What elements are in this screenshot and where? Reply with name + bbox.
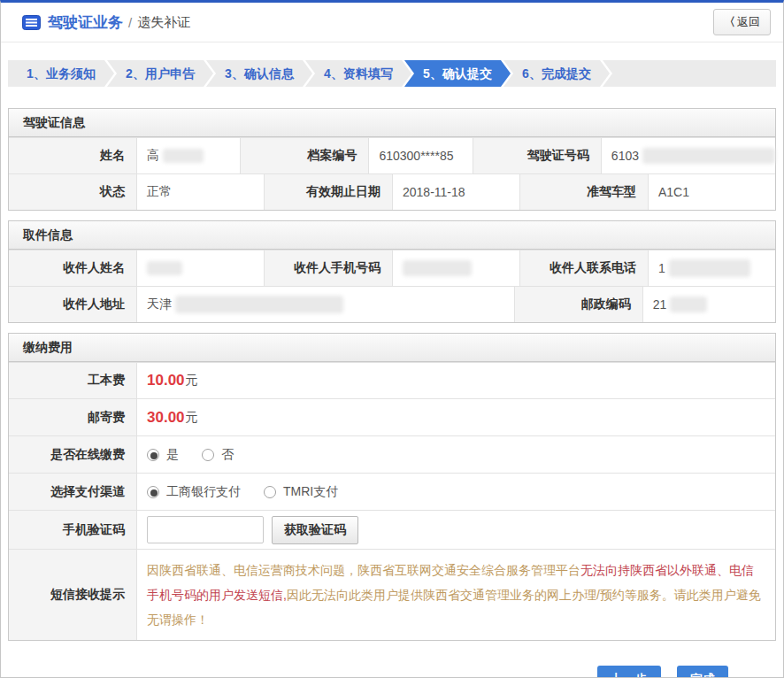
finish-button[interactable]: 完成 [677,666,728,678]
online-pay-label: 是否在线缴费 [9,436,137,473]
production-fee-label: 工本费 [9,363,137,398]
sms-code-input[interactable] [147,516,264,543]
step-1[interactable]: 1、业务须知 [8,60,114,87]
radio-unselected-icon[interactable] [202,449,214,461]
breadcrumb-separator: / [128,15,132,30]
step-nav-filler [603,60,776,87]
pickup-section-title: 取件信息 [9,221,775,250]
table-row: 手机验证码 获取验证码 [9,510,775,549]
step-3[interactable]: 3、确认信息 [206,60,312,87]
table-row: 是否在线缴费 是 否 [9,435,775,473]
redaction-blur [670,297,707,312]
license-section-title: 驾驶证信息 [9,109,775,137]
step-nav: 1、业务须知 2、用户申告 3、确认信息 4、资料填写 5、确认提交 6、完成提… [8,60,776,87]
step-5-active[interactable]: 5、确认提交 [404,60,511,87]
radio-option-icbc[interactable]: 工商银行支付 [147,484,241,500]
postage-fee-amount: 30.00 [147,409,185,427]
pay-channel-label: 选择支付渠道 [9,474,137,510]
license-no-text: 6103 [611,149,639,163]
file-no-text: 610300****85 [379,149,453,163]
page: 驾驶证业务 / 遗失补证 〈返回 1、业务须知 2、用户申告 3、确认信息 4、… [0,0,784,678]
table-row: 短信接收提示 因陕西省联通、电信运营商技术问题，陕西省互联网交通安全综合服务管理… [9,549,775,640]
sms-notice-text: 因陕西省联通、电信运营商技术问题，陕西省互联网交通安全综合服务管理平台无法向持陕… [137,550,775,640]
postage-fee-label: 邮寄费 [9,399,137,435]
redaction-blur [642,148,775,164]
sms-notice-label: 短信接收提示 [9,550,137,640]
pay-channel-options: 工商银行支付 TMRI支付 [137,474,775,510]
page-title: 驾驶证业务 [48,12,123,33]
postal-code-label: 邮政编码 [515,287,643,322]
recipient-phone-text: 1 [658,261,665,275]
vehicle-class-value: A1C1 [649,174,775,210]
sms-code-label: 手机验证码 [9,511,137,549]
expiry-text: 2018-11-18 [403,185,465,199]
redaction-blur [403,260,472,276]
pickup-info-section: 取件信息 收件人姓名 收件人手机号码 收件人联系电话 1 收件人地址 天津 邮政… [8,220,776,323]
redaction-blur [669,259,750,277]
status-value: 正常 [137,174,265,210]
redaction-blur [163,149,204,163]
notice-part-1: 因陕西省联通、电信运营商技术问题，陕西省互联网交通安全综合服务管理平台 [147,563,580,577]
payment-section-title: 缴纳费用 [9,334,775,362]
back-chevron-icon: 〈 [724,15,735,28]
table-row: 收件人地址 天津 邮政编码 21 [9,286,775,322]
file-no-value: 610300****85 [369,138,473,173]
table-row: 状态 正常 有效期止日期 2018-11-18 准驾车型 A1C1 [9,173,775,210]
radio-label-tmri: TMRI支付 [283,484,338,500]
name-value: 高 [137,138,241,173]
production-fee-value: 10.00元 [137,363,775,398]
expiry-label: 有效期止日期 [265,174,393,210]
file-no-label: 档案编号 [241,138,369,173]
postage-fee-unit: 元 [186,410,198,426]
recipient-phone-value: 1 [649,250,775,286]
payment-section: 缴纳费用 工本费 10.00元 邮寄费 30.00元 是否在线缴费 是 否 选择… [8,333,776,641]
status-label: 状态 [9,174,137,210]
radio-selected-icon[interactable] [147,486,159,498]
radio-label-no: 否 [221,447,234,463]
step-6[interactable]: 6、完成提交 [503,60,610,87]
radio-option-no[interactable]: 否 [202,447,234,463]
postage-fee-value: 30.00元 [137,399,775,435]
name-label: 姓名 [9,138,137,173]
vehicle-class-label: 准驾车型 [520,174,649,210]
radio-option-tmri[interactable]: TMRI支付 [264,484,338,500]
name-text: 高 [147,148,159,164]
status-text: 正常 [147,184,172,200]
recipient-address-label: 收件人地址 [9,287,137,322]
radio-unselected-icon[interactable] [264,486,276,498]
breadcrumb-current: 遗失补证 [137,14,190,31]
step-4[interactable]: 4、资料填写 [305,60,411,87]
license-service-icon [22,15,41,30]
recipient-name-value [137,250,265,286]
sms-code-cell: 获取验证码 [137,511,775,549]
recipient-mobile-label: 收件人手机号码 [265,250,393,286]
footer-actions: 上一步 完成 [1,666,728,678]
table-row: 选择支付渠道 工商银行支付 TMRI支付 [9,473,775,510]
license-no-value: 6103 [602,138,775,173]
recipient-address-value: 天津 [137,287,515,322]
radio-label-icbc: 工商银行支付 [166,484,241,500]
radio-label-yes: 是 [166,447,179,463]
radio-option-yes[interactable]: 是 [147,447,179,463]
table-row: 邮寄费 30.00元 [9,398,775,435]
table-row: 姓名 高 档案编号 610300****85 驾驶证号码 6103 [9,137,775,173]
radio-selected-icon[interactable] [147,449,159,461]
license-no-label: 驾驶证号码 [473,138,602,173]
online-pay-options: 是 否 [137,436,775,473]
header: 驾驶证业务 / 遗失补证 〈返回 [1,3,783,42]
redaction-blur [147,261,182,275]
back-label: 返回 [737,15,760,28]
expiry-value: 2018-11-18 [393,174,520,210]
recipient-address-text: 天津 [147,297,172,312]
vehicle-class-text: A1C1 [658,185,689,199]
postal-code-text: 21 [653,297,667,312]
redaction-blur [175,296,343,313]
step-2[interactable]: 2、用户申告 [107,60,213,87]
recipient-name-label: 收件人姓名 [9,250,137,286]
get-code-button[interactable]: 获取验证码 [272,516,358,544]
postal-code-value: 21 [643,287,775,322]
back-button[interactable]: 〈返回 [713,9,771,35]
recipient-phone-label: 收件人联系电话 [520,250,649,286]
recipient-mobile-value [393,250,520,286]
prev-step-button[interactable]: 上一步 [597,666,661,678]
